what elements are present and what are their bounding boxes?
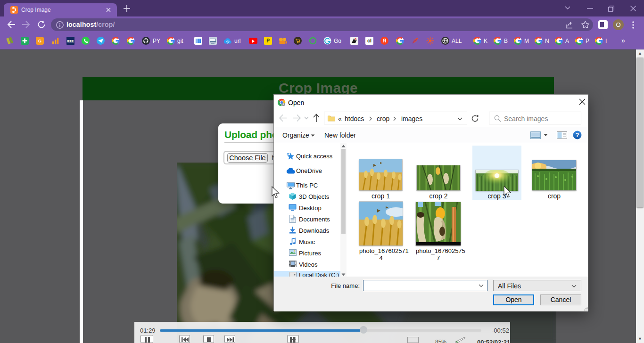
- svg-text:?: ?: [576, 132, 579, 139]
